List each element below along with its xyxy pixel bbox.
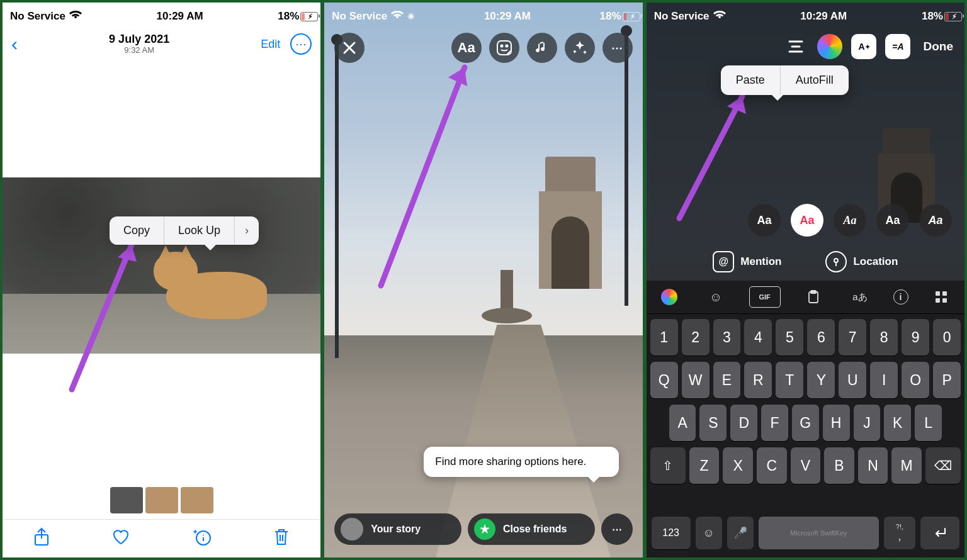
text-animation-button[interactable]: A✦: [851, 34, 876, 59]
key-w[interactable]: W: [682, 362, 710, 398]
key-p[interactable]: P: [933, 362, 961, 398]
key-n[interactable]: N: [858, 447, 888, 484]
copy-menu-item[interactable]: Copy: [110, 216, 164, 245]
more-button[interactable]: ⋯: [290, 33, 312, 55]
key-3[interactable]: 3: [713, 319, 741, 356]
key-u[interactable]: U: [839, 362, 866, 398]
selected-subject-cat[interactable]: [154, 244, 273, 319]
key-backspace[interactable]: ⌫: [925, 447, 961, 484]
key-z[interactable]: Z: [689, 447, 720, 484]
svg-point-11: [834, 259, 838, 262]
key-y[interactable]: Y: [807, 362, 835, 398]
story-bottom-bar: Your story ★ Close friends ⋯: [334, 513, 632, 545]
close-friends-button[interactable]: ★ Close friends: [468, 513, 595, 545]
gif-icon[interactable]: GIF: [749, 286, 781, 308]
tooltip-text: Find more sharing options here.: [435, 456, 586, 468]
key-m[interactable]: M: [891, 447, 922, 484]
key-c[interactable]: C: [757, 447, 787, 484]
heart-icon[interactable]: [111, 528, 130, 550]
font-chip-active[interactable]: Aa: [791, 204, 823, 237]
status-bar: No Service 10:29 AM 18% ⚡︎: [647, 3, 964, 26]
your-story-button[interactable]: Your story: [334, 513, 461, 545]
music-tool-button[interactable]: [527, 33, 557, 63]
mention-button[interactable]: @ Mention: [713, 251, 781, 272]
close-button[interactable]: [334, 33, 365, 63]
key-k[interactable]: K: [884, 405, 911, 441]
key-123[interactable]: 123: [652, 517, 691, 549]
key-d[interactable]: D: [730, 405, 757, 441]
key-1[interactable]: 1: [650, 319, 678, 356]
font-chip[interactable]: Aa: [748, 204, 781, 237]
sticker-tool-button[interactable]: [489, 33, 519, 63]
emoji-suggest-icon[interactable]: ☺: [703, 288, 729, 306]
more-menu-item[interactable]: ›: [235, 216, 259, 245]
key-v[interactable]: V: [791, 447, 821, 484]
align-button[interactable]: [783, 34, 808, 59]
key-h[interactable]: H: [823, 405, 850, 441]
thumbnail[interactable]: [145, 487, 178, 513]
key-o[interactable]: O: [902, 362, 929, 398]
autofill-menu-item[interactable]: AutoFill: [781, 65, 849, 95]
key-l[interactable]: L: [915, 405, 942, 441]
clipboard-icon[interactable]: [800, 288, 827, 306]
translate-icon[interactable]: aあ: [847, 288, 873, 306]
key-x[interactable]: X: [723, 447, 753, 484]
grid-icon[interactable]: [928, 288, 954, 306]
key-5[interactable]: 5: [776, 319, 803, 356]
more-tool-button[interactable]: ⋯: [602, 33, 633, 63]
key-space[interactable]: Microsoft SwiftKey: [759, 517, 879, 549]
copilot-icon[interactable]: [656, 288, 682, 306]
space-brand-label: Microsoft SwiftKey: [790, 529, 847, 537]
paste-menu-item[interactable]: Paste: [721, 65, 781, 95]
key-mic[interactable]: 🎤: [727, 517, 754, 549]
status-bar: No Service ✳︎ 10:29 AM 18% ⚡︎: [324, 3, 642, 26]
key-9[interactable]: 9: [902, 319, 929, 356]
lookup-menu-item[interactable]: Look Up: [164, 216, 235, 245]
key-punct[interactable]: ?!,,: [884, 517, 915, 549]
info-icon[interactable]: i: [893, 289, 908, 305]
key-emoji[interactable]: ☺: [696, 517, 722, 549]
key-s[interactable]: S: [699, 405, 727, 441]
back-button[interactable]: ‹: [11, 33, 18, 55]
effects-tool-button[interactable]: [565, 33, 595, 63]
photo-viewport[interactable]: [3, 177, 320, 354]
text-background-button[interactable]: =A: [885, 34, 910, 59]
key-r[interactable]: R: [744, 362, 772, 398]
key-shift[interactable]: ⇧: [650, 447, 686, 484]
info-sparkle-icon[interactable]: [192, 527, 212, 551]
key-f[interactable]: F: [761, 405, 788, 441]
wifi-icon: [713, 10, 726, 23]
location-button[interactable]: Location: [825, 251, 898, 272]
key-e[interactable]: E: [713, 362, 741, 398]
key-j[interactable]: J: [854, 405, 881, 441]
key-g[interactable]: G: [792, 405, 819, 441]
trash-icon[interactable]: [273, 527, 290, 551]
key-enter[interactable]: [920, 517, 959, 549]
done-button[interactable]: Done: [923, 40, 953, 53]
key-7[interactable]: 7: [839, 319, 866, 356]
key-4[interactable]: 4: [744, 319, 772, 356]
font-chip[interactable]: Aa: [834, 204, 866, 237]
more-share-button[interactable]: ⋯: [601, 513, 633, 545]
key-i[interactable]: I: [870, 362, 898, 398]
share-icon[interactable]: [33, 527, 50, 551]
key-6[interactable]: 6: [807, 319, 835, 356]
key-b[interactable]: B: [824, 447, 854, 484]
monument-graphic: [533, 157, 608, 289]
font-chip[interactable]: Aa: [919, 204, 952, 237]
key-2[interactable]: 2: [682, 319, 710, 356]
key-8[interactable]: 8: [870, 319, 898, 356]
color-wheel-button[interactable]: [817, 34, 842, 59]
key-q[interactable]: Q: [650, 362, 678, 398]
thumbnail-strip[interactable]: [3, 487, 320, 513]
edit-button[interactable]: Edit: [261, 38, 280, 51]
text-tag-row: @ Mention Location: [647, 251, 964, 272]
thumbnail[interactable]: [181, 487, 213, 513]
photos-app-screen: No Service 10:29 AM 18% ⚡︎ ‹ 9 July 2021…: [3, 3, 320, 557]
thumbnail[interactable]: [110, 487, 143, 513]
key-0[interactable]: 0: [933, 319, 961, 356]
key-t[interactable]: T: [776, 362, 803, 398]
key-a[interactable]: A: [669, 405, 696, 441]
key-row-bottom: 123 ☺ 🎤 Microsoft SwiftKey ?!,,: [647, 513, 964, 557]
font-chip[interactable]: Aa: [876, 204, 909, 237]
